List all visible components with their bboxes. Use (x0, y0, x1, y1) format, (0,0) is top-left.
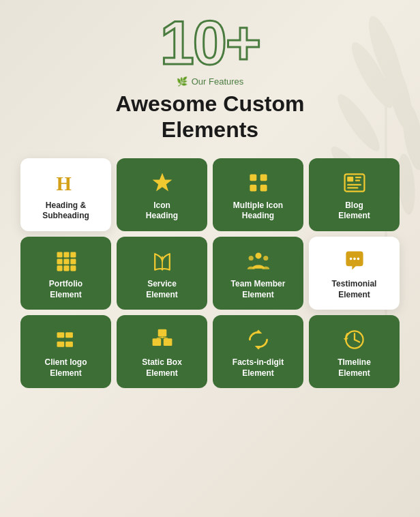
grid-item-service-element-label: ServiceElement (146, 279, 178, 300)
svg-line-50 (355, 340, 359, 342)
svg-rect-42 (163, 338, 172, 346)
svg-rect-24 (63, 258, 69, 264)
svg-point-33 (349, 258, 352, 261)
grid-item-service-element[interactable]: ServiceElement (117, 237, 207, 310)
star-icon (150, 171, 175, 195)
svg-rect-22 (70, 252, 76, 257)
svg-line-44 (156, 338, 162, 339)
grid-item-multiple-icon-heading-label: Multiple IconHeading (233, 201, 283, 222)
leaf-icon: 🌿 (177, 76, 188, 87)
svg-rect-41 (152, 338, 161, 346)
grid9-icon (54, 249, 78, 274)
chat-icon (342, 249, 367, 274)
svg-rect-23 (57, 258, 62, 264)
grid-item-blog-element-label: BlogElement (338, 201, 370, 222)
grid-item-client-logo-element-label: Client logoElement (45, 357, 87, 379)
big-number: 10+ (160, 12, 260, 74)
svg-rect-15 (347, 177, 353, 181)
svg-text:H: H (56, 173, 71, 194)
team-icon (246, 249, 271, 274)
svg-point-30 (255, 252, 261, 258)
features-label: 🌿 Our Features (177, 76, 244, 87)
heading-icon: H (54, 171, 78, 195)
main-heading: Awesome Custom Elements (116, 91, 305, 143)
svg-rect-36 (57, 332, 64, 338)
grid-item-icon-heading[interactable]: IconHeading (117, 158, 207, 231)
grid4-icon (246, 171, 271, 195)
svg-rect-18 (347, 184, 361, 186)
svg-rect-20 (57, 252, 62, 257)
svg-marker-9 (152, 173, 172, 191)
svg-rect-19 (347, 187, 358, 188)
features-grid: H Heading &Subheading IconHeading Multip… (20, 158, 400, 389)
clock-icon (342, 327, 367, 352)
grid-item-heading-subheading-label: Heading &Subheading (42, 201, 89, 222)
grid-item-facts-element[interactable]: Facts-in-digitElement (213, 315, 303, 388)
svg-point-34 (353, 258, 356, 261)
grid-item-static-box-element-label: Static BoxElement (142, 357, 182, 379)
grid-item-icon-heading-label: IconHeading (146, 201, 178, 222)
grid-item-multiple-icon-heading[interactable]: Multiple IconHeading (213, 158, 303, 231)
svg-rect-37 (65, 332, 73, 338)
blog-icon (342, 171, 367, 195)
grid-item-team-member-element-label: Team MemberElement (231, 279, 286, 300)
svg-point-31 (248, 256, 253, 261)
svg-rect-38 (57, 342, 64, 347)
svg-rect-11 (260, 174, 267, 181)
svg-rect-40 (158, 329, 166, 337)
svg-rect-26 (57, 265, 62, 271)
grid-item-portfolio-element[interactable]: PortfolioElement (20, 237, 111, 310)
svg-point-32 (263, 256, 268, 261)
svg-rect-27 (63, 265, 69, 271)
svg-rect-10 (250, 174, 256, 181)
svg-rect-21 (63, 252, 69, 257)
svg-marker-51 (343, 338, 348, 341)
boxes-icon (150, 327, 175, 352)
grid-item-static-box-element[interactable]: Static BoxElement (117, 315, 207, 388)
grid-item-blog-element[interactable]: BlogElement (309, 158, 400, 231)
svg-rect-17 (355, 179, 359, 181)
grid-item-timeline-element-label: TImelineElement (338, 357, 371, 379)
grid-item-client-logo-element[interactable]: Client logoElement (20, 315, 111, 388)
svg-point-35 (357, 258, 359, 261)
svg-rect-12 (250, 184, 256, 191)
refresh-icon (246, 327, 271, 352)
grid-item-testimonial-element-label: TestimonialElement (332, 279, 377, 300)
grid-item-facts-element-label: Facts-in-digitElement (232, 357, 284, 379)
grid-item-timeline-element[interactable]: TImelineElement (309, 315, 400, 388)
grid6-icon (54, 327, 78, 352)
svg-rect-25 (70, 258, 76, 264)
book-icon (150, 249, 175, 274)
grid-item-testimonial-element[interactable]: TestimonialElement (309, 237, 400, 310)
svg-rect-13 (260, 184, 267, 191)
svg-rect-39 (65, 342, 73, 347)
grid-item-heading-subheading[interactable]: H Heading &Subheading (20, 158, 111, 231)
svg-line-45 (162, 338, 168, 339)
svg-rect-16 (355, 177, 361, 178)
grid-item-team-member-element[interactable]: Team MemberElement (213, 237, 303, 310)
svg-rect-28 (70, 265, 76, 271)
grid-item-portfolio-element-label: PortfolioElement (49, 279, 82, 300)
